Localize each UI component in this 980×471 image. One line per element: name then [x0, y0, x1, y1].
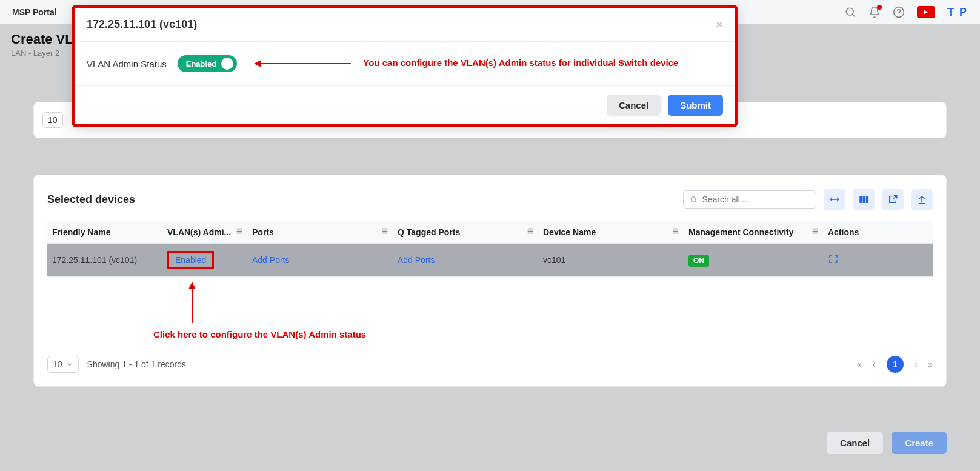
upper-pagesize-select[interactable]: 10 [42, 112, 63, 128]
vlan-admin-status-label: VLAN Admin Status [87, 59, 167, 69]
records-text: Showing 1 - 1 of 1 records [87, 359, 186, 369]
filter-icon[interactable]: ☰ [236, 227, 242, 235]
close-icon[interactable]: × [716, 18, 723, 32]
svg-point-4 [691, 197, 695, 201]
prev-page-icon[interactable]: ‹ [873, 359, 876, 369]
help-icon[interactable] [893, 6, 905, 18]
svg-rect-8 [863, 196, 865, 203]
annotation-bottom: Click here to configure the VLAN(s) Admi… [153, 329, 366, 339]
modal-title: 172.25.11.101 (vc101) [87, 18, 197, 31]
col-device-name[interactable]: Device Name☰ [538, 221, 684, 244]
annotation-arrow-horizontal [260, 63, 351, 64]
toggle-knob [221, 58, 233, 70]
modal-header: 172.25.11.101 (vc101) × [75, 8, 735, 42]
search-input-wrapper[interactable] [683, 190, 816, 209]
modal-footer: Cancel Submit [75, 85, 735, 124]
svg-rect-7 [859, 196, 862, 203]
create-button[interactable]: Create [892, 432, 947, 454]
table-row[interactable]: 172.25.11.101 (vc101) Enabled Add Ports … [47, 244, 933, 277]
col-mgmt-conn[interactable]: Management Connectivity☰ [684, 221, 823, 244]
cell-q-tagged[interactable]: Add Ports [393, 244, 538, 277]
col-friendly-name[interactable]: Friendly Name [47, 221, 162, 244]
pagination-row: 10 Showing 1 - 1 of 1 records « ‹ 1 › » [47, 356, 933, 373]
modal-body: VLAN Admin Status Enabled You can config… [75, 42, 735, 85]
annotation-arrow-vertical [192, 288, 193, 323]
vlan-admin-toggle[interactable]: Enabled [178, 55, 238, 72]
autofit-icon[interactable] [824, 189, 845, 210]
page-number[interactable]: 1 [887, 356, 904, 373]
user-initials[interactable]: T P [947, 6, 968, 19]
upload-icon[interactable] [911, 189, 933, 210]
svg-line-1 [853, 15, 855, 17]
selected-devices-title: Selected devices [47, 193, 135, 206]
cell-vlan-admin[interactable]: Enabled [162, 244, 247, 277]
next-page-icon[interactable]: › [915, 359, 918, 369]
col-actions: Actions [823, 221, 933, 244]
selected-devices-card: Selected devices [33, 175, 947, 387]
svg-rect-9 [866, 196, 868, 203]
search-icon[interactable] [844, 6, 856, 18]
cell-ports[interactable]: Add Ports [247, 244, 393, 277]
filter-icon[interactable]: ☰ [812, 227, 818, 235]
devices-table: Friendly Name VLAN(s) Admi...☰ Ports☰ Q … [47, 221, 933, 277]
footer-buttons: Cancel Create [827, 432, 947, 454]
first-page-icon[interactable]: « [857, 359, 862, 369]
cell-actions[interactable] [823, 244, 933, 277]
modal-cancel-button[interactable]: Cancel [607, 95, 661, 116]
col-vlan-admin[interactable]: VLAN(s) Admi...☰ [162, 221, 247, 244]
table-header-row: Friendly Name VLAN(s) Admi...☰ Ports☰ Q … [47, 221, 933, 244]
cell-mgmt-conn: ON [684, 244, 823, 277]
pagesize-select[interactable]: 10 [47, 356, 79, 373]
cell-device-name: vc101 [538, 244, 684, 277]
filter-icon[interactable]: ☰ [673, 227, 679, 235]
search-input[interactable] [702, 195, 810, 204]
portal-label: MSP Portal [12, 7, 57, 17]
last-page-icon[interactable]: » [928, 359, 933, 369]
youtube-icon[interactable] [917, 6, 935, 18]
annotation-top: You can configure the VLAN(s) Admin stat… [363, 58, 678, 68]
bell-icon[interactable] [868, 6, 881, 18]
filter-icon[interactable]: ☰ [382, 227, 388, 235]
chevron-down-icon [66, 361, 73, 368]
cancel-button[interactable]: Cancel [827, 432, 883, 454]
svg-line-5 [695, 201, 696, 202]
export-icon[interactable] [882, 189, 904, 210]
search-icon [690, 195, 698, 204]
vlan-admin-modal: 172.25.11.101 (vc101) × VLAN Admin Statu… [72, 5, 738, 127]
modal-submit-button[interactable]: Submit [668, 95, 723, 116]
columns-icon[interactable] [853, 189, 875, 210]
cell-friendly-name: 172.25.11.101 (vc101) [47, 244, 162, 277]
col-q-tagged[interactable]: Q Tagged Ports☰ [393, 221, 538, 244]
col-ports[interactable]: Ports☰ [247, 221, 393, 244]
filter-icon[interactable]: ☰ [527, 227, 533, 235]
svg-point-0 [846, 8, 853, 15]
fullscreen-icon[interactable] [828, 256, 839, 266]
